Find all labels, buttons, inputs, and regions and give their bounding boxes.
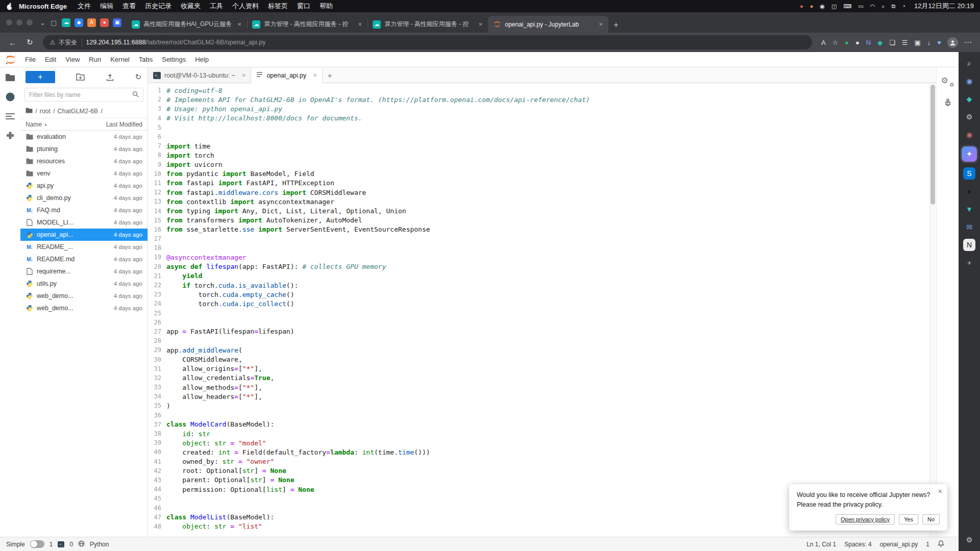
macos-menu-item-1[interactable]: 文件 (73, 2, 95, 11)
code-line[interactable]: 23 torch.cuda.empty_cache() (148, 290, 936, 299)
code-line[interactable]: 3# Usage: python openai_api.py (148, 104, 936, 113)
jupyter-menu-edit[interactable]: Edit (40, 56, 61, 63)
sort-by-name-header[interactable]: Name ▲ (26, 121, 47, 128)
new-tab-button[interactable]: + (608, 20, 623, 33)
pinned-tab-5[interactable]: ▣ (113, 18, 121, 27)
code-editor[interactable]: 1# coding=utf-82# Implements API for Cha… (148, 83, 936, 537)
display-icon[interactable]: ◫ (831, 4, 837, 9)
address-bar[interactable]: ⚠ 不安全 129.204.195.11:6888/lab/tree/root/… (43, 35, 812, 49)
upload-files-icon[interactable] (106, 73, 114, 81)
file-row[interactable]: ptuning4 days ago (20, 143, 148, 155)
macos-menu-item-7[interactable]: 个人资料 (228, 2, 263, 11)
file-row[interactable]: MODEL_LI...4 days ago (20, 216, 148, 229)
code-line[interactable]: 1# coding=utf-8 (148, 86, 936, 95)
sidebar-add-icon[interactable]: + (963, 257, 975, 269)
editor-scrollbar[interactable] (929, 83, 936, 537)
profile-avatar[interactable] (947, 37, 958, 48)
workspaces-icon[interactable]: ▢ (51, 19, 57, 27)
terminals-count[interactable]: 1 (50, 541, 53, 548)
file-row[interactable]: web_demo...4 days ago (20, 302, 148, 314)
close-tab-icon[interactable]: × (236, 20, 243, 28)
jupyter-menu-help[interactable]: Help (190, 56, 213, 63)
sidebar-dark-app-icon[interactable]: ● (963, 185, 975, 197)
macos-menu-item-9[interactable]: 窗口 (292, 2, 315, 11)
notifications-bell-icon[interactable] (938, 540, 944, 549)
sidebar-drop-icon[interactable]: ▼ (963, 203, 975, 215)
kernels-count[interactable]: 0 (69, 541, 73, 548)
close-tab-icon[interactable]: × (310, 71, 317, 79)
kernel-name[interactable]: Python (90, 541, 109, 548)
code-line[interactable]: 24 torch.cuda.ipc_collect() (148, 299, 936, 308)
close-tab-icon[interactable]: × (239, 71, 246, 79)
new-folder-icon[interactable] (76, 73, 85, 81)
code-line[interactable]: 34 allow_headers=["*"], (148, 392, 936, 401)
code-line[interactable]: 12from fastapi.middleware.cors import CO… (148, 188, 936, 197)
browser-tab-1[interactable]: ☁高性能应用服务HAI_GPU云服务× (127, 16, 247, 33)
file-row[interactable]: web_demo...4 days ago (20, 290, 148, 302)
code-line[interactable]: 11from fastapi import FastAPI, HTTPExcep… (148, 179, 936, 188)
security-label[interactable]: 不安全 (59, 38, 82, 47)
code-line[interactable]: 5 (148, 123, 936, 132)
file-row[interactable]: M↓FAQ.md4 days ago (20, 204, 148, 216)
menu-bar-clock[interactable]: 12月12日周二 20:19 (914, 2, 974, 11)
file-row[interactable]: resources4 days ago (20, 155, 148, 167)
code-line[interactable]: 14from typing import Any, Dict, List, Li… (148, 206, 936, 215)
status-dot-red-icon[interactable]: ● (800, 4, 803, 9)
pinned-tab-3[interactable]: A (87, 18, 96, 27)
macos-menu-item-6[interactable]: 工具 (205, 2, 228, 11)
code-line[interactable]: 25 (148, 309, 936, 318)
sidebar-skype-icon[interactable]: S (963, 167, 975, 180)
code-line[interactable]: 42 root: Optional[str] = None (148, 466, 936, 475)
code-line[interactable]: 18 (148, 243, 936, 253)
jupyter-menu-settings[interactable]: Settings (157, 56, 190, 63)
url-text[interactable]: 129.204.195.11:6888/lab/tree/root/ChatGL… (86, 39, 265, 46)
jupyter-menu-file[interactable]: File (20, 56, 40, 63)
code-line[interactable]: 15from transformers import AutoTokenizer… (148, 216, 936, 225)
code-line[interactable]: 8import torch (148, 151, 936, 160)
favorites-bar-icon[interactable]: ☰ (902, 39, 908, 46)
home-folder-icon[interactable] (26, 108, 33, 115)
split-screen-icon[interactable]: ❏ (889, 39, 895, 46)
tab-openai-api-py[interactable]: openai_api.py × (251, 68, 322, 83)
code-line[interactable]: 6 (148, 132, 936, 141)
wifi-icon[interactable]: ◠ (870, 4, 875, 9)
simple-mode-toggle[interactable] (30, 540, 44, 548)
sidebar-settings-icon[interactable]: ⚙ (963, 534, 975, 546)
refresh-button[interactable]: ↻ (23, 38, 37, 47)
tab-search-icon[interactable]: ⌄ (40, 19, 45, 27)
extension-gray-icon[interactable]: ● (855, 39, 860, 46)
code-line[interactable]: 28 (148, 336, 936, 345)
file-row[interactable]: openai_api...4 days ago (20, 229, 148, 241)
jupyter-menu-view[interactable]: View (61, 56, 84, 63)
code-line[interactable]: 17 (148, 234, 936, 243)
extension-teal-icon[interactable]: ◆ (877, 39, 883, 46)
running-kernels-tab-icon[interactable] (5, 92, 15, 102)
file-row[interactable]: utils.py4 days ago (20, 278, 148, 290)
code-line[interactable]: 32 allow_credentials=True, (148, 373, 936, 383)
window-close-button[interactable] (6, 19, 12, 26)
code-line[interactable]: 22 if torch.cuda.is_available(): (148, 281, 936, 290)
property-inspector-tab-icon[interactable]: ⚙⚙ (942, 76, 953, 87)
jupyter-menu-tabs[interactable]: Tabs (134, 56, 157, 63)
pinned-tab-1[interactable]: ☁ (62, 18, 70, 27)
file-row[interactable]: api.py4 days ago (20, 180, 148, 192)
code-line[interactable]: 29app.add_middleware( (148, 345, 936, 355)
downloads-icon[interactable]: ↓ (927, 39, 931, 46)
notification-center-icon[interactable]: ◔ (902, 4, 905, 9)
browser-essentials-icon[interactable]: ♥ (937, 39, 941, 46)
close-notification-icon[interactable]: × (938, 487, 942, 495)
sidebar-teal-icon[interactable]: ◆ (963, 93, 975, 105)
sidebar-outlook-icon[interactable]: ✉ (963, 221, 975, 233)
close-tab-icon[interactable]: × (477, 20, 484, 28)
macos-menu-item-4[interactable]: 历史记录 (140, 2, 176, 11)
code-line[interactable]: 41 owned_by: str = "owner" (148, 457, 936, 466)
keyboard-icon[interactable]: ⌨ (843, 4, 851, 9)
code-line[interactable]: 10from pydantic import BaseModel, Field (148, 169, 936, 179)
code-line[interactable]: 16from sse_starlette.sse import ServerSe… (148, 225, 936, 234)
code-line[interactable]: 36 (148, 411, 936, 420)
code-line[interactable]: 9import uvicorn (148, 160, 936, 169)
new-launcher-button[interactable]: + (26, 71, 55, 83)
browser-tab-4[interactable]: openai_api.py - JupyterLab× (488, 16, 608, 33)
macos-menu-item-10[interactable]: 帮助 (315, 2, 337, 11)
code-line[interactable]: 35) (148, 401, 936, 410)
